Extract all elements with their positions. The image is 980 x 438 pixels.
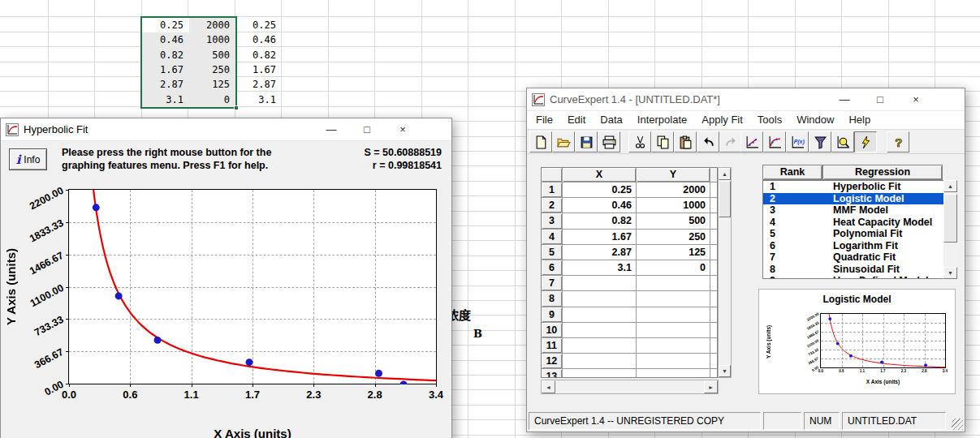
sheet-cell[interactable]: 1000 — [189, 32, 235, 47]
cell-y[interactable] — [637, 276, 710, 291]
help-button[interactable]: ? — [887, 131, 909, 152]
print-button[interactable] — [598, 131, 620, 152]
sheet-cell[interactable]: 0.25 — [235, 18, 282, 32]
rank-item[interactable]: 8Sinusoidal Fit — [763, 264, 956, 276]
row-number[interactable]: 7 — [542, 276, 563, 291]
sheet-cell[interactable]: 0.82 — [235, 48, 282, 62]
rank-item[interactable]: 1Hyperbolic Fit — [763, 181, 956, 193]
menu-item-edit[interactable]: Edit — [560, 111, 593, 129]
cell-y[interactable]: 250 — [637, 230, 710, 245]
cell-y[interactable]: 125 — [637, 245, 710, 260]
selected-range[interactable]: 0.2520000.4610000.825001.672502.871253.1… — [142, 18, 235, 107]
maximize-button[interactable]: □ — [862, 88, 898, 110]
rank-item[interactable]: 2Logistic Model — [763, 193, 956, 205]
cell-x[interactable] — [563, 323, 637, 338]
open-file-button[interactable] — [552, 131, 575, 152]
cell-y[interactable] — [637, 369, 710, 378]
paste-button[interactable] — [674, 131, 697, 152]
cell-x[interactable] — [563, 276, 637, 291]
close-button[interactable]: × — [385, 118, 421, 140]
cell-y[interactable]: 1000 — [637, 198, 710, 213]
column-header-y[interactable]: Y — [637, 168, 710, 182]
sheet-cell[interactable]: 500 — [189, 48, 235, 62]
zoom-graph-button[interactable] — [831, 131, 854, 152]
scroll-down-icon[interactable]: ▼ — [719, 365, 731, 377]
menu-item-apply-fit[interactable]: Apply Fit — [694, 111, 750, 129]
cell-x[interactable]: 1.67 — [563, 230, 637, 245]
row-number[interactable]: 8 — [542, 291, 563, 307]
regression-rank-list[interactable]: 1Hyperbolic Fit2Logistic Model3MMF Model… — [762, 180, 957, 279]
cell-y[interactable] — [637, 323, 710, 338]
menu-item-file[interactable]: File — [529, 111, 560, 129]
row-number[interactable]: 3 — [542, 213, 563, 229]
cell-x[interactable] — [563, 291, 637, 307]
quick-fit-button[interactable] — [854, 131, 877, 152]
row-number[interactable]: 1 — [542, 182, 563, 198]
minimize-button[interactable]: — — [313, 118, 349, 140]
linear-fit-button[interactable] — [740, 131, 763, 152]
cell-y[interactable] — [637, 354, 710, 369]
sheet-cell[interactable]: 1.67 — [235, 62, 282, 77]
rank-item[interactable]: 4Heat Capacity Model — [763, 217, 956, 229]
close-button[interactable]: × — [898, 88, 934, 110]
row-number[interactable]: 5 — [542, 245, 563, 260]
sheet-cell[interactable]: 125 — [189, 77, 235, 92]
data-table[interactable]: XY10.25200020.46100030.8250041.6725052.8… — [541, 167, 718, 378]
menu-item-help[interactable]: Help — [841, 111, 878, 129]
cell-y[interactable]: 500 — [637, 213, 710, 229]
scroll-right-icon[interactable]: ► — [704, 380, 718, 393]
cell-x[interactable] — [563, 369, 637, 378]
sheet-cell[interactable]: 3.1 — [235, 92, 282, 107]
sheet-cell[interactable]: 0.46 — [142, 32, 189, 47]
row-number[interactable]: 2 — [542, 198, 563, 213]
plot-area[interactable]: 0.00.61.11.72.32.83.42200.001833.331466.… — [68, 189, 437, 384]
cell-x[interactable]: 3.1 — [563, 260, 637, 276]
rank-item[interactable]: 7Quadratic Fit — [763, 251, 956, 264]
cell-x[interactable] — [563, 338, 637, 354]
table-vertical-scrollbar[interactable]: ▲ ▼ — [718, 167, 732, 378]
new-file-button[interactable] — [529, 131, 552, 152]
polynomial-button[interactable]: P(x) — [786, 131, 809, 152]
sheet-cell[interactable]: 2.87 — [235, 77, 282, 92]
menu-item-tools[interactable]: Tools — [750, 111, 789, 129]
row-number[interactable]: 4 — [542, 230, 563, 245]
row-number[interactable]: 12 — [542, 354, 563, 369]
minimize-button[interactable]: — — [827, 88, 862, 110]
cut-button[interactable] — [628, 131, 651, 152]
scroll-left-icon[interactable]: ◄ — [542, 380, 555, 393]
maximize-button[interactable]: □ — [349, 118, 385, 140]
copy-button[interactable] — [651, 131, 674, 152]
save-button[interactable] — [575, 131, 598, 152]
cell-y[interactable]: 0 — [637, 260, 710, 276]
cell-x[interactable]: 0.46 — [563, 198, 637, 213]
rank-item[interactable]: 3MMF Model — [763, 204, 956, 217]
cell-x[interactable] — [563, 307, 637, 323]
regression-column-header[interactable]: Regression — [822, 165, 943, 180]
redo-button[interactable] — [719, 131, 742, 152]
cell-x[interactable]: 0.25 — [563, 182, 637, 198]
menu-item-data[interactable]: Data — [593, 111, 629, 129]
main-window-titlebar[interactable]: CurveExpert 1.4 - [UNTITLED.DAT*] — □ × — [527, 88, 965, 111]
adjacent-column[interactable]: 0.250.460.821.672.873.1 — [235, 18, 282, 107]
scrollbar-thumb[interactable] — [719, 181, 731, 217]
model-preview-panel[interactable]: Logistic Model Y Axis (units) 0.00.61.11… — [758, 289, 956, 394]
sheet-cell[interactable]: 2000 — [189, 18, 235, 32]
row-number[interactable]: 13 — [542, 369, 563, 378]
menu-item-window[interactable]: Window — [789, 111, 841, 129]
rank-item[interactable]: 5Polynomial Fit — [763, 228, 956, 240]
cell-x[interactable] — [563, 354, 637, 369]
curve-fit-button[interactable] — [763, 131, 786, 152]
cell-x[interactable]: 2.87 — [563, 245, 637, 260]
rank-item[interactable]: 6Logarithm Fit — [763, 240, 956, 252]
fit-window-titlebar[interactable]: Hyperbolic Fit — □ × — [1, 118, 451, 141]
sheet-cell[interactable]: 2.87 — [142, 77, 189, 92]
menu-item-interpolate[interactable]: Interpolate — [630, 111, 694, 129]
scroll-up-icon[interactable]: ▲ — [943, 180, 957, 192]
cell-x[interactable]: 0.82 — [563, 213, 637, 229]
row-number[interactable]: 9 — [542, 307, 563, 323]
column-header-x[interactable]: X — [563, 168, 637, 182]
rank-scrollbar[interactable]: ▲ ▼ — [943, 180, 957, 279]
sheet-cell[interactable]: 250 — [189, 62, 235, 77]
resize-grip-icon[interactable] — [952, 419, 963, 430]
table-horizontal-scrollbar[interactable]: ◄ ► — [541, 380, 719, 394]
